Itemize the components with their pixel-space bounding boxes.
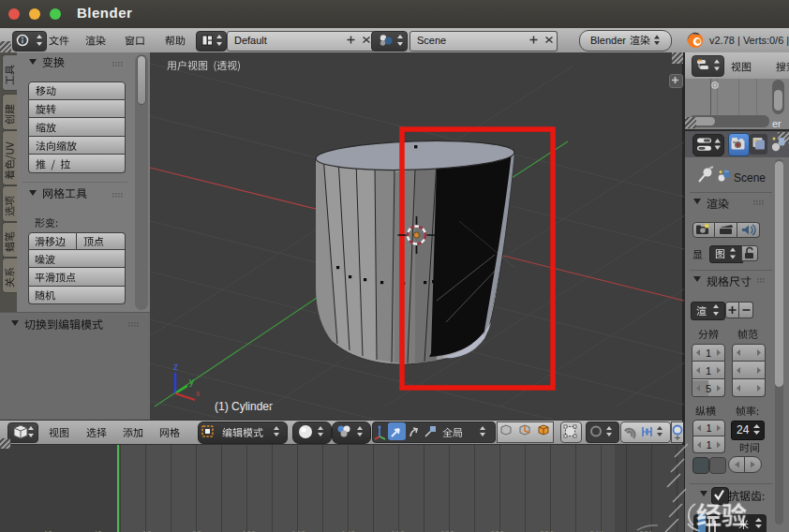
svg-text:y: y — [189, 377, 194, 387]
svg-text:z: z — [173, 362, 178, 372]
svg-text:x: x — [196, 389, 201, 398]
